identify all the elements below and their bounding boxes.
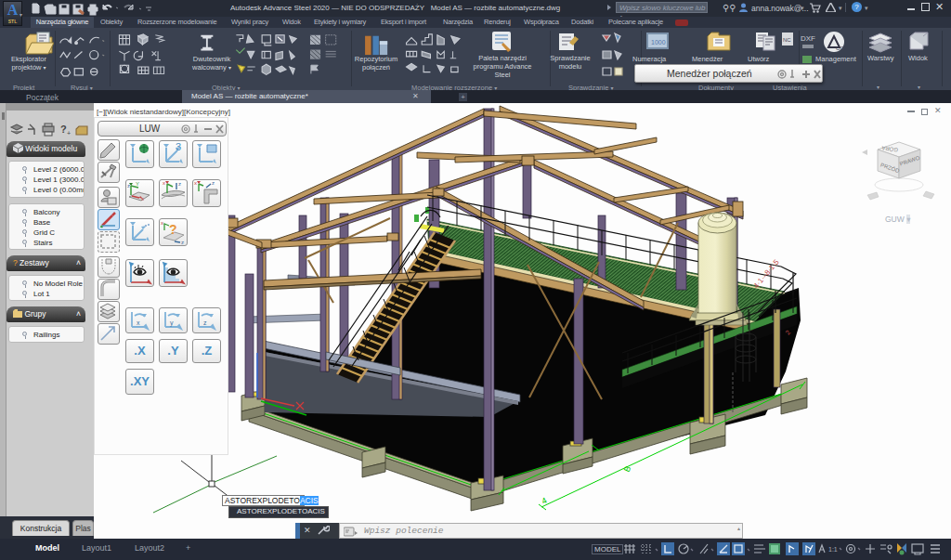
svg-text:y: y [170, 319, 174, 327]
svg-text:+: + [67, 130, 71, 137]
svg-text:z: z [127, 183, 130, 189]
svg-text:3: 3 [176, 141, 181, 152]
svg-text:z: z [203, 319, 207, 326]
svg-text:x: x [137, 319, 140, 326]
svg-text:B: B [622, 464, 633, 474]
svg-text:x: x [194, 180, 197, 186]
svg-text:z: z [181, 240, 184, 245]
svg-text:x: x [141, 196, 144, 202]
svg-text:z: z [178, 181, 181, 187]
svg-text:x: x [161, 220, 163, 226]
svg-text:x: x [163, 180, 165, 186]
svg-text:4: 4 [541, 496, 549, 506]
svg-text:Y: Y [136, 181, 139, 187]
svg-text:?: ? [169, 222, 177, 237]
svg-text:DXF: DXF [801, 34, 815, 43]
svg-text:?: ? [60, 124, 67, 135]
svg-text:z: z [212, 180, 215, 186]
svg-text:1000: 1000 [651, 39, 666, 46]
svg-text:1:1: 1:1 [828, 546, 838, 553]
svg-text:NC: NC [783, 37, 791, 43]
svg-text:4·1·–8·1·5: 4·1·–8·1·5 [752, 257, 781, 290]
svg-text:CO: CO [836, 46, 844, 51]
